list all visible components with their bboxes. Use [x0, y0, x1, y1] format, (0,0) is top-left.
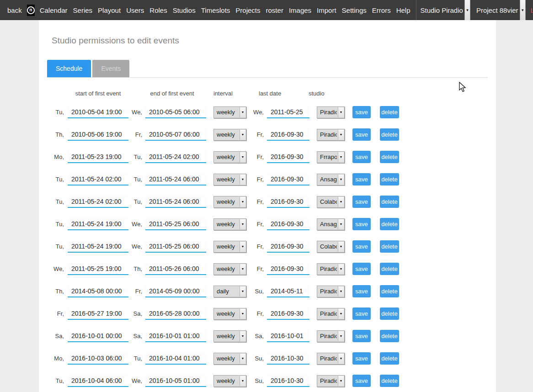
studio-select[interactable]: Piradio [317, 129, 344, 140]
start-datetime-input[interactable] [68, 196, 128, 208]
last-date-input[interactable] [267, 285, 309, 297]
end-datetime-input[interactable] [145, 106, 206, 118]
interval-select[interactable]: weekly [214, 196, 246, 207]
chevron-down-icon[interactable]: ▼ [464, 0, 470, 20]
nav-item-settings[interactable]: Settings [342, 6, 367, 14]
delete-button[interactable]: delete [380, 218, 399, 230]
interval-select[interactable]: weekly [214, 129, 246, 140]
nav-item-roster[interactable]: roster [266, 6, 283, 14]
end-datetime-input[interactable] [145, 218, 206, 230]
project-switcher-select[interactable]: Project 88vier ▼ [472, 0, 526, 20]
last-date-input[interactable] [267, 173, 309, 185]
save-button[interactable]: save [352, 285, 371, 297]
tab-schedule[interactable]: Schedule [47, 60, 91, 77]
delete-button[interactable]: delete [380, 240, 399, 253]
start-datetime-input[interactable] [68, 285, 128, 297]
interval-select[interactable]: weekly [214, 376, 246, 387]
last-date-input[interactable] [267, 218, 309, 230]
save-button[interactable]: save [352, 173, 371, 185]
last-date-input[interactable] [267, 240, 309, 253]
studio-select[interactable]: Piradio [317, 331, 344, 342]
end-datetime-input[interactable] [145, 196, 206, 208]
studio-select[interactable]: Piradio [317, 376, 344, 387]
end-datetime-input[interactable] [145, 263, 206, 275]
studio-select[interactable]: Frrapo [317, 152, 344, 163]
end-datetime-input[interactable] [145, 128, 206, 141]
nav-item-calendar[interactable]: Calendar [40, 6, 68, 14]
interval-select[interactable]: weekly [214, 219, 246, 230]
interval-select[interactable]: weekly [214, 152, 246, 163]
start-datetime-input[interactable] [68, 106, 128, 118]
app-logo-icon[interactable]: n [27, 5, 35, 16]
save-button[interactable]: save [352, 128, 371, 141]
start-datetime-input[interactable] [68, 307, 128, 320]
interval-select[interactable]: weekly [214, 308, 246, 319]
nav-item-help[interactable]: Help [396, 6, 410, 14]
delete-button[interactable]: delete [380, 375, 399, 387]
nav-item-timeslots[interactable]: Timeslots [201, 6, 230, 14]
studio-select[interactable]: Piradio [317, 308, 344, 319]
delete-button[interactable]: delete [380, 263, 399, 275]
last-date-input[interactable] [267, 128, 309, 141]
interval-select[interactable]: weekly [214, 174, 246, 185]
interval-select[interactable]: weekly [214, 353, 246, 364]
start-datetime-input[interactable] [68, 352, 128, 365]
save-button[interactable]: save [352, 375, 371, 387]
start-datetime-input[interactable] [68, 128, 128, 141]
delete-button[interactable]: delete [380, 173, 399, 185]
start-datetime-input[interactable] [68, 240, 128, 253]
save-button[interactable]: save [352, 330, 371, 342]
nav-item-roles[interactable]: Roles [149, 6, 167, 14]
studio-select[interactable]: Piradio [317, 353, 344, 364]
save-button[interactable]: save [352, 307, 371, 320]
save-button[interactable]: save [352, 151, 371, 163]
last-date-input[interactable] [267, 263, 309, 275]
tab-events[interactable]: Events [92, 60, 129, 77]
last-date-input[interactable] [267, 196, 309, 208]
studio-select[interactable]: Colabo [317, 241, 344, 252]
save-button[interactable]: save [352, 263, 371, 275]
studio-select[interactable]: Ansage [317, 174, 344, 185]
studio-switcher-select[interactable]: Studio Piradio ▼ [416, 0, 470, 20]
chevron-down-icon[interactable]: ▼ [520, 0, 526, 20]
end-datetime-input[interactable] [145, 330, 206, 342]
last-date-input[interactable] [267, 151, 309, 163]
last-date-input[interactable] [267, 330, 309, 342]
delete-button[interactable]: delete [380, 106, 399, 118]
delete-button[interactable]: delete [380, 352, 399, 365]
delete-button[interactable]: delete [380, 307, 399, 320]
delete-button[interactable]: delete [380, 196, 399, 208]
studio-select[interactable]: Piradio [317, 107, 344, 118]
studio-select[interactable]: Ansage [317, 219, 344, 230]
end-datetime-input[interactable] [145, 375, 206, 387]
interval-select[interactable]: weekly [214, 107, 246, 118]
start-datetime-input[interactable] [68, 375, 128, 387]
interval-select[interactable]: daily [214, 286, 246, 297]
save-button[interactable]: save [352, 196, 371, 208]
end-datetime-input[interactable] [145, 352, 206, 365]
delete-button[interactable]: delete [380, 151, 399, 163]
delete-button[interactable]: delete [380, 128, 399, 141]
studio-select[interactable]: Piradio [317, 264, 344, 275]
nav-item-projects[interactable]: Projects [235, 6, 260, 14]
interval-select[interactable]: weekly [214, 331, 246, 342]
start-datetime-input[interactable] [68, 330, 128, 342]
end-datetime-input[interactable] [145, 285, 206, 297]
interval-select[interactable]: weekly [214, 241, 246, 252]
nav-item-users[interactable]: Users [126, 6, 144, 14]
logout-link[interactable]: Logout [531, 6, 533, 14]
nav-item-series[interactable]: Series [73, 6, 93, 14]
end-datetime-input[interactable] [145, 173, 206, 185]
save-button[interactable]: save [352, 240, 371, 253]
save-button[interactable]: save [352, 352, 371, 365]
nav-item-import[interactable]: Import [317, 6, 336, 14]
studio-select[interactable]: Piradio [317, 286, 344, 297]
last-date-input[interactable] [267, 106, 309, 118]
interval-select[interactable]: weekly [214, 264, 246, 275]
studio-select[interactable]: Colabo [317, 196, 344, 207]
delete-button[interactable]: delete [380, 285, 399, 297]
start-datetime-input[interactable] [68, 218, 128, 230]
last-date-input[interactable] [267, 375, 309, 387]
last-date-input[interactable] [267, 307, 309, 320]
end-datetime-input[interactable] [145, 240, 206, 253]
